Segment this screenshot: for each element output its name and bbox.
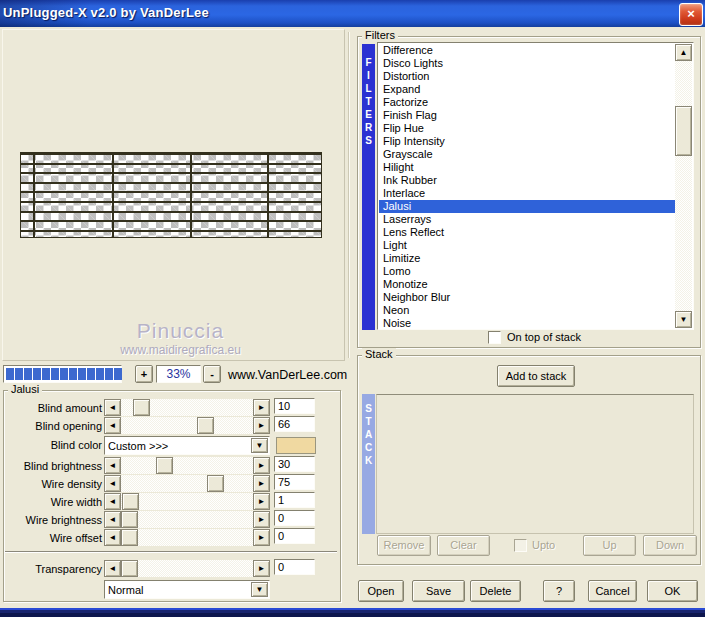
slider-right-arrow-icon[interactable]: ►: [253, 511, 270, 528]
zoom-level[interactable]: 33%: [156, 365, 201, 383]
filter-list-item[interactable]: Flip Hue: [379, 122, 677, 135]
blend-mode-dropdown[interactable]: Normal▼: [104, 580, 270, 599]
dropdown-arrow-icon[interactable]: ▼: [251, 438, 268, 453]
scroll-up-icon[interactable]: ▲: [675, 44, 692, 61]
filter-list-item[interactable]: Finish Flag: [379, 109, 677, 122]
open-button[interactable]: Open: [358, 580, 404, 602]
slider-thumb[interactable]: [121, 511, 138, 528]
param-slider[interactable]: ◄►: [104, 417, 270, 434]
wire-line: [267, 153, 269, 237]
slider-right-arrow-icon[interactable]: ►: [253, 457, 270, 474]
slider-left-arrow-icon[interactable]: ◄: [104, 399, 121, 416]
dropdown-arrow-icon[interactable]: ▼: [251, 582, 268, 597]
value-field[interactable]: 75: [274, 474, 315, 490]
slider-right-arrow-icon[interactable]: ►: [253, 493, 270, 510]
slider-left-arrow-icon[interactable]: ◄: [104, 417, 121, 434]
slider-track[interactable]: [121, 457, 253, 474]
filter-list-item[interactable]: Flip Intensity: [379, 135, 677, 148]
slider-thumb[interactable]: [207, 475, 224, 492]
slider-thumb[interactable]: [122, 493, 139, 510]
slider-track[interactable]: [121, 493, 253, 510]
filter-list-item[interactable]: Expand: [379, 83, 677, 96]
slider-track[interactable]: [121, 529, 253, 546]
delete-button[interactable]: Delete: [470, 580, 521, 602]
progress-segment: [6, 368, 14, 380]
progress-segment: [60, 368, 68, 380]
slider-left-arrow-icon[interactable]: ◄: [104, 475, 121, 492]
slider-right-arrow-icon[interactable]: ►: [253, 399, 270, 416]
filter-list-item[interactable]: Noise: [379, 317, 677, 328]
param-slider[interactable]: ◄►: [104, 529, 270, 546]
ok-button[interactable]: OK: [647, 580, 698, 602]
zoom-in-button[interactable]: +: [135, 365, 153, 383]
watermark-url: www.maidiregrafica.eu: [17, 343, 344, 357]
filter-list-item[interactable]: Neon: [379, 304, 677, 317]
slider-left-arrow-icon[interactable]: ◄: [104, 457, 121, 474]
filter-list-item[interactable]: Neighbor Blur: [379, 291, 677, 304]
slider-thumb[interactable]: [197, 417, 214, 434]
slider-track[interactable]: [121, 511, 253, 528]
param-label: Blind color: [2, 438, 102, 452]
param-slider[interactable]: ◄►: [104, 493, 270, 510]
filter-list-item[interactable]: Laserrays: [379, 213, 677, 226]
slider-left-arrow-icon[interactable]: ◄: [104, 493, 121, 510]
param-slider[interactable]: ◄►: [104, 457, 270, 474]
slider-thumb[interactable]: [121, 560, 138, 577]
stack-list[interactable]: [376, 394, 694, 534]
value-field[interactable]: 30: [274, 456, 315, 472]
param-slider[interactable]: ◄►: [104, 511, 270, 528]
slider-right-arrow-icon[interactable]: ►: [253, 475, 270, 492]
cancel-button[interactable]: Cancel: [588, 580, 637, 602]
close-button[interactable]: ×: [679, 3, 703, 26]
filter-list-item[interactable]: Disco Lights: [379, 57, 677, 70]
help-button[interactable]: ?: [543, 580, 575, 602]
filter-list-item[interactable]: Lens Reflect: [379, 226, 677, 239]
param-slider[interactable]: ◄►: [104, 475, 270, 492]
filter-list-item[interactable]: Limitize: [379, 252, 677, 265]
filter-list-item[interactable]: Light: [379, 239, 677, 252]
filter-list-item[interactable]: Hilight: [379, 161, 677, 174]
param-slider[interactable]: ◄►: [104, 560, 270, 577]
filter-list-item[interactable]: Factorize: [379, 96, 677, 109]
filter-list-scrollbar[interactable]: ▲ ▼: [675, 44, 692, 328]
slider-right-arrow-icon[interactable]: ►: [253, 560, 270, 577]
slider-right-arrow-icon[interactable]: ►: [253, 417, 270, 434]
preview-image[interactable]: [20, 152, 322, 238]
value-field[interactable]: 0: [274, 510, 315, 526]
slider-track[interactable]: [121, 417, 253, 434]
value-field[interactable]: 0: [274, 559, 315, 575]
filter-list-item[interactable]: Lomo: [379, 265, 677, 278]
value-field[interactable]: 10: [274, 398, 315, 414]
save-button[interactable]: Save: [412, 580, 465, 602]
slider-left-arrow-icon[interactable]: ◄: [104, 511, 121, 528]
filter-list-item[interactable]: Ink Rubber: [379, 174, 677, 187]
blind-color-dropdown[interactable]: Custom >>>▼: [104, 436, 270, 455]
value-field[interactable]: 0: [274, 528, 315, 544]
slider-left-arrow-icon[interactable]: ◄: [104, 529, 121, 546]
slider-right-arrow-icon[interactable]: ►: [253, 529, 270, 546]
filter-list-item[interactable]: Monotize: [379, 278, 677, 291]
value-field[interactable]: 66: [274, 416, 315, 432]
scroll-track[interactable]: [675, 61, 692, 311]
zoom-out-button[interactable]: -: [203, 365, 221, 383]
value-field[interactable]: 1: [274, 492, 315, 508]
slider-thumb[interactable]: [133, 399, 150, 416]
scroll-thumb[interactable]: [675, 106, 692, 156]
filter-list-item[interactable]: Interlace: [379, 187, 677, 200]
add-to-stack-button[interactable]: Add to stack: [497, 365, 575, 387]
progress-segment: [15, 368, 23, 380]
param-slider[interactable]: ◄►: [104, 399, 270, 416]
filter-list-item[interactable]: Distortion: [379, 70, 677, 83]
on-top-of-stack-checkbox[interactable]: [488, 331, 501, 344]
filter-list-item[interactable]: Difference: [379, 44, 677, 57]
filter-list-item[interactable]: Jalusi: [379, 200, 677, 213]
scroll-down-icon[interactable]: ▼: [675, 311, 692, 328]
title-bar[interactable]: UnPlugged-X v2.0 by VanDerLee ×: [0, 0, 705, 27]
color-swatch[interactable]: [276, 437, 316, 454]
filter-list-item[interactable]: Grayscale: [379, 148, 677, 161]
slider-thumb[interactable]: [121, 529, 138, 546]
slider-left-arrow-icon[interactable]: ◄: [104, 560, 121, 577]
slider-thumb[interactable]: [156, 457, 173, 474]
slider-track[interactable]: [121, 560, 253, 577]
slider-track[interactable]: [121, 475, 253, 492]
